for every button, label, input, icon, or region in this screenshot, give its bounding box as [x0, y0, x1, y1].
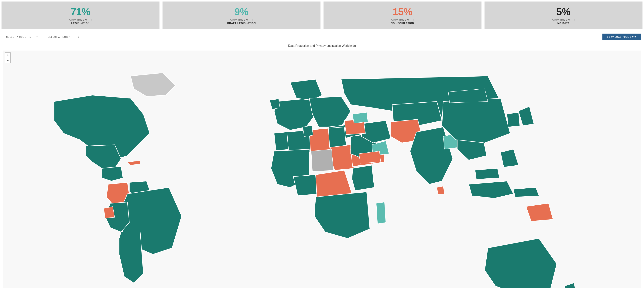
map-zoom-controls: + − [5, 52, 10, 63]
region-select-label: SELECT A REGION [48, 36, 71, 38]
zoom-out-button[interactable]: − [5, 58, 10, 63]
controls-row: SELECT A COUNTRY ▾ SELECT A REGION ▾ DOW… [0, 30, 644, 42]
country-select[interactable]: SELECT A COUNTRY ▾ [3, 34, 41, 40]
stat-percentage-no-data: 5% [488, 7, 639, 17]
country-select-label: SELECT A COUNTRY [6, 36, 31, 38]
stat-card-no-legislation: 15% COUNTRIES WITH NO LEGISLATION [324, 1, 482, 29]
stat-label-bottom-legislation: LEGISLATION [5, 22, 156, 24]
stat-label-bottom-draft: DRAFT LEGISLATION [166, 22, 317, 24]
stat-label-top-no-legislation: COUNTRIES WITH [327, 18, 478, 21]
map-title: Data Protection and Privacy Legislation … [3, 44, 641, 47]
map-section: Data Protection and Privacy Legislation … [0, 42, 644, 288]
download-button[interactable]: DOWNLOAD FULL DATA [602, 34, 641, 40]
stat-card-legislation: 71% COUNTRIES WITH LEGISLATION [2, 1, 160, 29]
stat-label-bottom-no-data: NO DATA [488, 22, 639, 24]
stats-row: 71% COUNTRIES WITH LEGISLATION 9% COUNTR… [0, 0, 644, 30]
region-select[interactable]: SELECT A REGION ▾ [44, 34, 82, 40]
stat-percentage-draft: 9% [166, 7, 317, 17]
country-select-arrow-icon: ▾ [36, 36, 38, 38]
stat-label-top-legislation: COUNTRIES WITH [5, 18, 156, 21]
stat-card-draft: 9% COUNTRIES WITH DRAFT LEGISLATION [162, 1, 320, 29]
stat-percentage-no-legislation: 15% [327, 7, 478, 17]
stat-label-bottom-no-legislation: NO LEGISLATION [327, 22, 478, 24]
stat-card-no-data: 5% COUNTRIES WITH NO DATA [484, 1, 642, 29]
stat-percentage-legislation: 71% [5, 7, 156, 17]
map-container: + − [3, 51, 641, 288]
stat-label-top-no-data: COUNTRIES WITH [488, 18, 639, 21]
stat-label-top-draft: COUNTRIES WITH [166, 18, 317, 21]
zoom-in-button[interactable]: + [5, 53, 10, 58]
region-select-arrow-icon: ▾ [78, 36, 79, 38]
world-map-svg [3, 51, 641, 288]
